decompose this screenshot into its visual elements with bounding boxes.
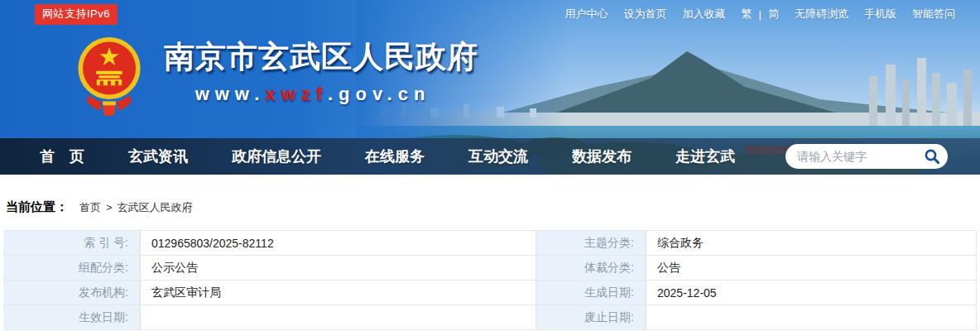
main-nav: 首 页 玄武资讯 政府信息公开 在线服务 互动交流 数据发布 走进玄武 <box>0 138 980 175</box>
page: 网站支持IPv6 用户中心 设为首页 加入收藏 繁 | 简 无障碍浏览 手机版 … <box>0 0 980 331</box>
site-url: www.xwzf.gov.cn <box>164 84 462 105</box>
topbar-link-user-center[interactable]: 用户中心 <box>565 7 608 22</box>
url-www: www. <box>195 84 266 104</box>
breadcrumb-current-link[interactable]: 玄武区人民政府 <box>118 200 193 215</box>
search-icon <box>924 148 940 165</box>
nav-item-data-release[interactable]: 数据发布 <box>572 146 632 166</box>
topbar-link-accessibility[interactable]: 无障碍浏览 <box>795 7 848 22</box>
url-suffix: .gov.cn <box>328 84 430 104</box>
breadcrumb-label: 当前位置： <box>6 199 68 215</box>
topbar-link-set-homepage[interactable]: 设为首页 <box>624 7 667 22</box>
topbar-link-simplified[interactable]: 简 <box>768 7 779 22</box>
topbar-link-traditional[interactable]: 繁 <box>742 7 752 22</box>
site-title: 南京市玄武区人民政府 <box>164 36 462 78</box>
nav-item-online-services[interactable]: 在线服务 <box>365 146 425 166</box>
topbar-links: 用户中心 设为首页 加入收藏 繁 | 简 无障碍浏览 手机版 智能答问 <box>550 7 955 22</box>
meta-label-index-number: 索 引 号: <box>3 231 141 256</box>
meta-value-theme-category: 综合政务 <box>646 231 977 256</box>
nav-item-interaction[interactable]: 互动交流 <box>468 146 528 166</box>
topbar-link-smart-qa[interactable]: 智能答问 <box>912 7 955 22</box>
topbar-separator: | <box>759 8 761 21</box>
meta-label-genre-category: 体裁分类: <box>536 256 646 281</box>
meta-label-group-category: 组配分类: <box>3 256 141 281</box>
nav-item-gov-info-disclosure[interactable]: 政府信息公开 <box>232 146 321 166</box>
meta-value-index-number: 012965803/2025-82112 <box>141 231 536 256</box>
search-box <box>785 144 948 169</box>
search-button[interactable] <box>921 146 943 167</box>
topbar-link-mobile-version[interactable]: 手机版 <box>864 7 896 22</box>
breadcrumb: 当前位置： 首页 > 玄武区人民政府 <box>0 175 980 230</box>
meta-value-issuing-agency: 玄武区审计局 <box>141 281 536 305</box>
nav-item-xuanwu-news[interactable]: 玄武资讯 <box>128 146 188 166</box>
meta-value-genre-category: 公告 <box>646 256 977 281</box>
nav-item-about-xuanwu[interactable]: 走进玄武 <box>675 146 735 166</box>
brand-text: 南京市玄武区人民政府 www.xwzf.gov.cn <box>164 36 462 117</box>
meta-label-abolition-date: 废止日期: <box>536 305 646 330</box>
meta-value-effective-date <box>141 305 536 330</box>
meta-label-issuing-agency: 发布机构: <box>3 281 141 305</box>
topbar-link-add-favorite[interactable]: 加入收藏 <box>683 7 726 22</box>
search-input[interactable] <box>797 150 921 163</box>
site-logo[interactable]: 南京市玄武区人民政府 www.xwzf.gov.cn <box>76 36 462 117</box>
meta-label-effective-date: 生效日期: <box>3 305 141 330</box>
meta-value-abolition-date <box>646 305 977 330</box>
site-header: 网站支持IPv6 用户中心 设为首页 加入收藏 繁 | 简 无障碍浏览 手机版 … <box>0 0 980 175</box>
meta-label-theme-category: 主题分类: <box>536 231 646 256</box>
meta-label-publish-date: 生成日期: <box>536 281 646 305</box>
nav-item-home[interactable]: 首 页 <box>40 146 84 166</box>
ipv6-support-badge: 网站支持IPv6 <box>35 4 118 25</box>
breadcrumb-home-link[interactable]: 首页 <box>79 200 101 215</box>
document-meta-table: 索 引 号: 012965803/2025-82112 主题分类: 综合政务 组… <box>3 230 977 330</box>
meta-value-group-category: 公示公告 <box>141 256 536 281</box>
breadcrumb-trail: 首页 > 玄武区人民政府 <box>79 200 193 215</box>
url-domain: xwzf <box>265 84 328 104</box>
meta-value-publish-date: 2025-12-05 <box>646 281 977 305</box>
national-emblem-icon <box>76 36 142 117</box>
topbar: 网站支持IPv6 用户中心 设为首页 加入收藏 繁 | 简 无障碍浏览 手机版 … <box>0 0 980 28</box>
breadcrumb-separator: > <box>106 201 113 213</box>
